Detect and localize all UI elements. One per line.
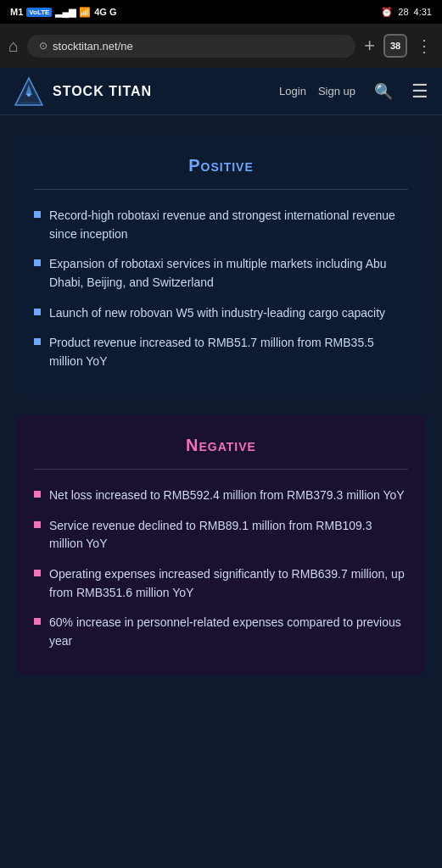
status-left: M1 VoLTE ▂▄▆ 📶 4G G: [10, 7, 117, 18]
bullet-text: Net loss increased to RMB592.4 million f…: [49, 487, 405, 505]
browser-menu-button[interactable]: ⋮: [416, 36, 434, 56]
network-type-label: 4G G: [94, 7, 116, 17]
alarm-icon: ⏰: [381, 7, 393, 18]
site-logo-text: STOCK TITAN: [53, 84, 152, 99]
wifi-icon: 📶: [79, 7, 91, 18]
list-item: Service revenue declined to RMB89.1 mill…: [34, 517, 408, 554]
positive-divider: [34, 189, 408, 190]
logo-icon: [14, 76, 44, 107]
time-display: 4:31: [414, 7, 432, 17]
list-item: Operating expenses increased significant…: [34, 565, 408, 602]
bullet-text: Operating expenses increased significant…: [49, 565, 408, 602]
new-tab-button[interactable]: +: [364, 35, 375, 57]
volte-badge: VoLTE: [26, 8, 52, 17]
list-item: 60% increase in personnel-related expens…: [34, 614, 408, 650]
bullet-icon: [34, 211, 41, 218]
logo-area: STOCK TITAN: [14, 76, 279, 107]
bullet-text: 60% increase in personnel-related expens…: [49, 614, 408, 650]
bullet-icon: [34, 521, 41, 528]
bullet-icon: [34, 338, 41, 345]
hamburger-menu-icon[interactable]: ☰: [411, 81, 428, 103]
bullet-icon: [34, 309, 41, 315]
negative-title: Negative: [34, 436, 408, 455]
positive-bullet-list: Record-high robotaxi revenue and stronge…: [34, 207, 408, 371]
signup-link[interactable]: Sign up: [318, 85, 355, 97]
svg-point-2: [27, 93, 31, 97]
bullet-text: Launch of new robovan W5 with industry-l…: [49, 304, 385, 323]
positive-section: Positive Record-high robotaxi revenue an…: [17, 136, 425, 395]
list-item: Net loss increased to RMB592.4 million f…: [34, 487, 408, 505]
bullet-text: Service revenue declined to RMB89.1 mill…: [49, 517, 408, 554]
address-bar[interactable]: ⊙ stocktitan.net/ne: [27, 35, 355, 58]
negative-bullet-list: Net loss increased to RMB592.4 million f…: [34, 487, 408, 651]
status-right: ⏰ 28 4:31: [381, 7, 432, 18]
list-item: Launch of new robovan W5 with industry-l…: [34, 304, 408, 323]
search-icon[interactable]: 🔍: [374, 82, 393, 101]
bullet-icon: [34, 570, 41, 576]
site-header: STOCK TITAN Login Sign up 🔍 ☰: [0, 68, 442, 115]
login-link[interactable]: Login: [279, 85, 306, 97]
list-item: Record-high robotaxi revenue and stronge…: [34, 207, 408, 243]
status-bar: M1 VoLTE ▂▄▆ 📶 4G G ⏰ 28 4:31: [0, 0, 442, 24]
bullet-text: Record-high robotaxi revenue and stronge…: [49, 207, 408, 243]
url-text: stocktitan.net/ne: [53, 40, 133, 53]
battery-level: 28: [398, 7, 408, 17]
negative-section: Negative Net loss increased to RMB592.4 …: [17, 415, 425, 675]
carrier-label: M1: [10, 7, 23, 17]
bullet-icon: [34, 259, 41, 266]
positive-title: Positive: [34, 156, 408, 175]
nav-links: Login Sign up 🔍 ☰: [279, 81, 428, 103]
list-item: Product revenue increased to RMB51.7 mil…: [34, 334, 408, 370]
negative-divider: [34, 469, 408, 470]
bullet-text: Expansion of robotaxi services in multip…: [49, 255, 408, 292]
home-icon[interactable]: ⌂: [8, 36, 19, 56]
browser-chrome: ⌂ ⊙ stocktitan.net/ne + 38 ⋮: [0, 24, 442, 68]
bullet-icon: [34, 491, 41, 498]
list-item: Expansion of robotaxi services in multip…: [34, 255, 408, 292]
secure-icon: ⊙: [39, 40, 48, 52]
bullet-text: Product revenue increased to RMB51.7 mil…: [49, 334, 408, 370]
tab-count-label: 38: [390, 41, 400, 51]
bullet-icon: [34, 618, 41, 625]
tab-count-button[interactable]: 38: [383, 34, 407, 58]
signal-bars-icon: ▂▄▆: [55, 7, 76, 18]
main-content: Positive Record-high robotaxi revenue an…: [0, 115, 442, 695]
